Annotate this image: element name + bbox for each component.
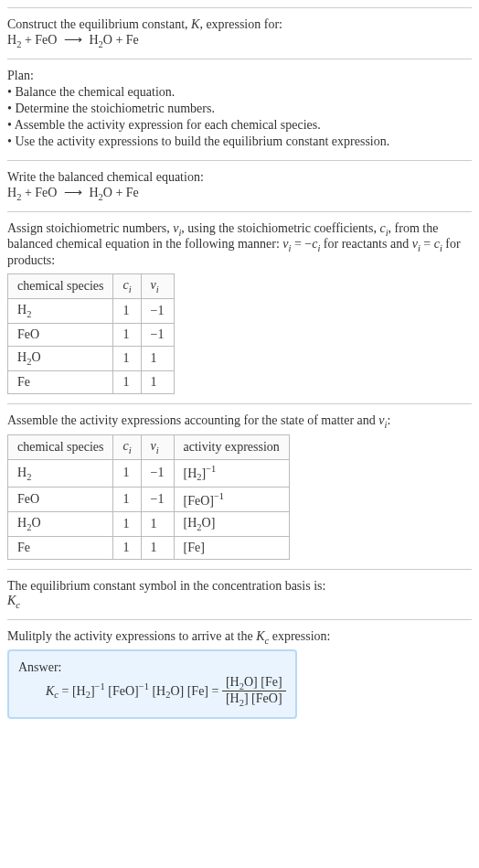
subscript: c	[16, 600, 20, 610]
table-row: H2O 1 1	[8, 346, 175, 370]
eq-part: [H	[226, 675, 240, 689]
numerator: [H2O] [Fe]	[222, 675, 286, 692]
reactant: + FeO	[21, 186, 60, 199]
answer-label: Answer:	[18, 660, 286, 675]
sub-i: i	[156, 445, 159, 455]
col-nu: νi	[141, 435, 174, 460]
species-cell: H2O	[8, 346, 113, 370]
stoich-section: Assign stoichiometric numbers, νi, using…	[7, 211, 472, 403]
species-cell: H2	[8, 460, 113, 487]
product: O + Fe	[103, 33, 139, 47]
balanced-section: Write the balanced chemical equation: H2…	[7, 160, 472, 211]
col-c: ci	[113, 274, 141, 299]
species: H	[17, 350, 27, 364]
species-cell: H2	[8, 298, 113, 323]
answer-box: Answer: Kc = [H2]−1 [FeO]−1 [H2O] [Fe] =…	[7, 649, 297, 720]
kc-symbol: K	[7, 594, 16, 607]
eq-part: [H	[149, 683, 165, 697]
intro-text: Construct the equilibrium constant,	[7, 17, 191, 31]
nu-cell: 1	[141, 346, 174, 370]
text: for reactants and	[320, 237, 411, 251]
symbol-text: The equilibrium constant symbol in the c…	[7, 579, 472, 594]
plan-list: • Balance the chemical equation. • Deter…	[7, 85, 472, 149]
symbol-section: The equilibrium constant symbol in the c…	[7, 569, 472, 619]
col-species: chemical species	[8, 435, 113, 460]
nu-cell: 1	[141, 370, 174, 393]
sub-i: i	[129, 284, 132, 295]
col-species: chemical species	[8, 274, 113, 299]
reaction-arrow-icon: ⟶	[64, 186, 82, 199]
activity-title: Assemble the activity expressions accoun…	[7, 413, 472, 430]
table-row: Fe 1 1 [Fe]	[8, 537, 290, 560]
nu-cell: −1	[141, 487, 174, 512]
exponent: −1	[214, 491, 224, 501]
c-cell: 1	[113, 323, 141, 346]
plan-item: • Balance the chemical equation.	[7, 85, 472, 100]
multiply-text: expression:	[269, 629, 330, 643]
reactant: H	[7, 186, 16, 199]
table-row: H2 1 −1 [H2]−1	[8, 460, 290, 487]
species: H	[17, 466, 27, 479]
answer-equation: Kc = [H2]−1 [FeO]−1 [H2O] [Fe] = [H2O] […	[18, 675, 286, 709]
kc-symbol: K	[46, 683, 54, 697]
text: =	[420, 237, 434, 251]
text: Assign stoichiometric numbers,	[7, 221, 173, 235]
act: O]	[202, 516, 216, 530]
species: O	[31, 350, 40, 364]
col-activity: activity expression	[174, 435, 289, 460]
exponent: −1	[206, 464, 216, 474]
eq-part: [FeO]	[105, 683, 139, 697]
species-cell: Fe	[8, 370, 113, 393]
eq-part: O] [Fe] =	[170, 683, 222, 697]
table-row: FeO 1 −1 [FeO]−1	[8, 487, 290, 512]
activity-cell: [Fe]	[174, 537, 289, 560]
text: :	[387, 413, 390, 427]
c-cell: 1	[113, 537, 141, 560]
c-cell: 1	[113, 460, 141, 487]
text: = −	[291, 237, 312, 251]
nu-cell: −1	[141, 298, 174, 323]
activity-table: chemical species ci νi activity expressi…	[7, 434, 290, 560]
plan-item: • Use the activity expressions to build …	[7, 134, 472, 149]
nu-cell: −1	[141, 460, 174, 487]
eq-part: ] [FeO]	[244, 691, 282, 705]
col-c: ci	[113, 435, 141, 460]
denominator: [H2] [FeO]	[222, 691, 286, 708]
species-cell: Fe	[8, 537, 113, 560]
c-cell: 1	[113, 346, 141, 370]
activity-section: Assemble the activity expressions accoun…	[7, 403, 472, 570]
table-row: FeO 1 −1	[8, 323, 175, 346]
species: H	[17, 303, 27, 316]
activity-cell: [H2]−1	[174, 460, 289, 487]
plan-section: Plan: • Balance the chemical equation. •…	[7, 59, 472, 160]
act: [H	[184, 516, 197, 530]
stoich-table: chemical species ci νi H2 1 −1 FeO 1 −1 …	[7, 273, 175, 393]
subscript: 2	[27, 309, 31, 319]
table-row: Fe 1 1	[8, 370, 175, 393]
intro-text-b: , expression for:	[199, 17, 282, 31]
c-cell: 1	[113, 370, 141, 393]
nu-cell: 1	[141, 512, 174, 537]
reaction-arrow-icon: ⟶	[64, 33, 82, 47]
exponent: −1	[139, 681, 149, 691]
table-row: H2 1 −1	[8, 298, 175, 323]
k-symbol: K	[191, 17, 199, 31]
species: H	[17, 516, 27, 530]
multiply-text: Mulitply the activity expressions to arr…	[7, 629, 256, 643]
intro-section: Construct the equilibrium constant, K, e…	[7, 7, 472, 59]
multiply-section: Mulitply the activity expressions to arr…	[7, 619, 472, 728]
reactant: H	[7, 33, 16, 47]
fraction: [H2O] [Fe][H2] [FeO]	[222, 675, 286, 709]
product: O + Fe	[103, 186, 139, 199]
act: [FeO]	[184, 493, 214, 507]
sub-i: i	[156, 284, 159, 295]
c-cell: 1	[113, 512, 141, 537]
table-row: H2O 1 1 [H2O]	[8, 512, 290, 537]
product: H	[86, 33, 99, 47]
species-cell: FeO	[8, 487, 113, 512]
table-header-row: chemical species ci νi activity expressi…	[8, 435, 290, 460]
eq-part: O] [Fe]	[244, 675, 282, 689]
nu-cell: 1	[141, 537, 174, 560]
text: , using the stoichiometric coefficients,	[181, 221, 379, 235]
col-nu: νi	[141, 274, 174, 299]
